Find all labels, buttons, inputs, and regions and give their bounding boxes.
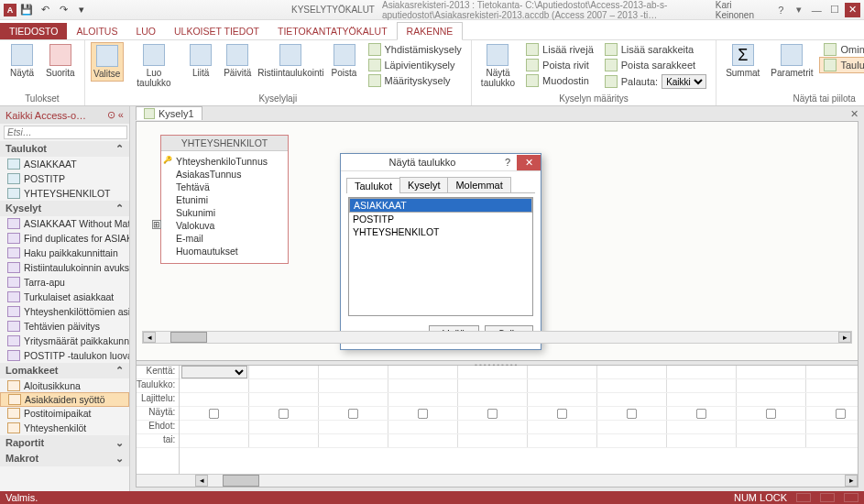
show-table-button[interactable]: Näytä taulukko xyxy=(477,42,519,90)
cat-tables[interactable]: Taulukot⌃ xyxy=(0,141,129,157)
qbe-cell[interactable] xyxy=(458,393,528,406)
qbe-cell[interactable] xyxy=(597,366,667,378)
qbe-cell[interactable] xyxy=(249,393,319,406)
ribbon-options-icon[interactable]: ▾ xyxy=(791,3,806,17)
qbe-cell[interactable] xyxy=(528,407,597,420)
qbe-cell[interactable] xyxy=(249,407,319,420)
qbe-cell[interactable] xyxy=(667,379,737,392)
table-field-list[interactable]: YHTEYSHENKILOT YhteyshenkiloTunnusAsiaka… xyxy=(160,135,289,264)
qbe-cell[interactable] xyxy=(806,379,858,392)
qbe-cell[interactable] xyxy=(388,434,458,447)
nav-item-table[interactable]: POSTITP xyxy=(0,171,129,186)
qbe-cell[interactable] xyxy=(528,421,597,433)
qbe-row[interactable] xyxy=(180,421,858,434)
show-checkbox[interactable] xyxy=(557,408,567,418)
qbe-cell[interactable] xyxy=(180,366,249,378)
qbe-row[interactable] xyxy=(180,393,858,407)
update-button[interactable]: Päivitä xyxy=(221,42,254,80)
qat-customize-icon[interactable]: ▾ xyxy=(73,2,90,18)
insert-cols-button[interactable]: Lisää sarakkeita xyxy=(601,42,710,57)
qbe-cell[interactable] xyxy=(737,421,806,433)
field-item[interactable]: Tehtävä xyxy=(161,181,288,193)
qbe-cell[interactable] xyxy=(737,434,806,447)
qbe-cell[interactable] xyxy=(458,379,528,392)
view-design-icon[interactable] xyxy=(844,493,859,502)
field-item[interactable]: YhteyshenkiloTunnus xyxy=(161,155,288,168)
qbe-cell[interactable] xyxy=(249,366,319,378)
insert-rows-button[interactable]: Lisää rivejä xyxy=(522,42,597,57)
nav-item-query[interactable]: Yhteyshenkilöttömien asiakk… xyxy=(0,304,129,319)
list-item[interactable]: POSTITP xyxy=(349,213,532,225)
qbe-cell[interactable] xyxy=(597,421,667,433)
app-icon[interactable]: A xyxy=(4,4,16,16)
run-button[interactable]: Suorita xyxy=(42,42,79,80)
field-item[interactable]: Etunimi xyxy=(161,193,288,206)
field-item[interactable]: Huomautukset xyxy=(161,245,288,257)
surface-hscrollbar[interactable]: ◂▸ xyxy=(142,331,852,344)
qbe-cell[interactable] xyxy=(597,379,667,392)
dialog-close-icon[interactable]: ✕ xyxy=(517,155,541,170)
tab-home[interactable]: ALOITUS xyxy=(67,23,126,39)
qbe-cell[interactable] xyxy=(319,379,388,392)
qbe-cell[interactable] xyxy=(667,434,737,447)
cat-forms[interactable]: Lomakkeet⌃ xyxy=(0,363,129,378)
show-checkbox[interactable] xyxy=(348,408,358,418)
minimize-icon[interactable]: — xyxy=(809,3,825,17)
qbe-cell[interactable] xyxy=(249,421,319,433)
qbe-cell[interactable] xyxy=(667,407,737,420)
show-checkbox[interactable] xyxy=(696,408,706,418)
qbe-cell[interactable] xyxy=(319,366,388,378)
qbe-cell[interactable] xyxy=(319,434,388,447)
help-icon[interactable]: ? xyxy=(773,3,789,17)
qbe-cell[interactable] xyxy=(458,434,528,447)
return-select[interactable]: Kaikki xyxy=(662,74,706,89)
builder-button[interactable]: Muodostin xyxy=(522,73,597,88)
select-query-button[interactable]: Valitse xyxy=(91,42,124,82)
qbe-cell[interactable] xyxy=(806,421,858,433)
nav-item-form[interactable]: Aloitusikkuna xyxy=(0,378,129,393)
show-checkbox[interactable] xyxy=(627,408,637,418)
qbe-cell[interactable] xyxy=(249,379,319,392)
qbe-cell[interactable] xyxy=(458,407,528,420)
qbe-row[interactable] xyxy=(180,434,858,448)
nav-item-query[interactable]: Haku paikkakunnittain xyxy=(0,246,129,260)
qbe-cell[interactable] xyxy=(319,421,388,433)
close-icon[interactable]: ✕ xyxy=(845,3,860,17)
qbe-row[interactable] xyxy=(180,379,858,393)
qbe-cell[interactable] xyxy=(249,434,319,447)
qbe-cell[interactable] xyxy=(388,393,458,406)
qbe-cell[interactable] xyxy=(388,407,458,420)
nav-item-query[interactable]: Yritysmäärät paikkakunnittain xyxy=(0,334,129,348)
qbe-cell[interactable] xyxy=(388,366,458,378)
qbe-cell[interactable] xyxy=(180,379,249,392)
nav-item-query[interactable]: POSTITP -taulukon luova kyse… xyxy=(0,348,129,363)
tab-create[interactable]: LUO xyxy=(126,23,165,39)
cat-macros[interactable]: Makrot⌄ xyxy=(0,451,129,466)
document-tab[interactable]: Kysely1 xyxy=(136,106,202,120)
design-surface[interactable]: YHTEYSHENKILOT YhteyshenkiloTunnusAsiaka… xyxy=(137,122,858,360)
qbe-cell[interactable] xyxy=(737,366,806,378)
qbe-cell[interactable] xyxy=(737,379,806,392)
qbe-cell[interactable] xyxy=(667,421,737,433)
cat-reports[interactable]: Raportit⌄ xyxy=(0,435,129,451)
tab-file[interactable]: TIEDOSTO xyxy=(0,23,67,39)
delete-cols-button[interactable]: Poista sarakkeet xyxy=(601,58,710,72)
navpane-header[interactable]: Kaikki Access-o…⊙ « xyxy=(0,106,129,124)
qbe-cell[interactable] xyxy=(458,366,528,378)
nav-item-table[interactable]: YHTEYSHENKILOT xyxy=(0,186,129,201)
dialog-tab-both[interactable]: Molemmat xyxy=(447,177,510,192)
delete-query-button[interactable]: Poista xyxy=(328,42,361,80)
nav-item-table[interactable]: ASIAKKAAT xyxy=(0,157,129,171)
collapse-icon[interactable]: ⊙ « xyxy=(107,109,124,121)
qbe-cell[interactable] xyxy=(528,393,597,406)
append-button[interactable]: Liitä xyxy=(184,42,217,80)
dialog-tab-queries[interactable]: Kyselyt xyxy=(399,177,448,192)
qbe-cell[interactable] xyxy=(319,407,388,420)
qbe-cell[interactable] xyxy=(667,393,737,406)
dialog-tab-tables[interactable]: Taulukot xyxy=(346,178,400,193)
user-name[interactable]: Kari Keinonen xyxy=(716,0,766,20)
field-item[interactable]: E-mail xyxy=(161,232,288,245)
show-checkbox[interactable] xyxy=(487,408,498,418)
datadef-button[interactable]: Määrityskysely xyxy=(365,73,465,88)
view-datasheet-icon[interactable] xyxy=(796,493,811,502)
